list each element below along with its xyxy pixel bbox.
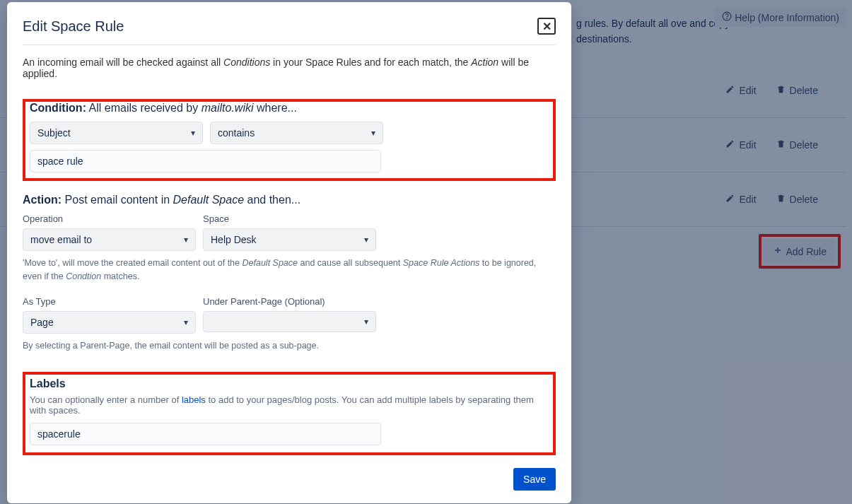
condition-operator-select[interactable]: contains ▾ (210, 122, 383, 144)
action-type-row: As Type Page ▾ Under Parent-Page (Option… (23, 296, 556, 334)
intro-em2: Action (471, 57, 498, 68)
action-text-suffix: and then... (244, 194, 300, 206)
action-heading: Action: (23, 194, 62, 206)
intro-mid: in your Space Rules and for each match, … (270, 57, 471, 68)
chevron-down-icon: ▾ (364, 317, 368, 327)
hint-mid: and cause all subsequent (298, 258, 403, 268)
hint-suffix: matches. (101, 271, 139, 281)
labels-heading: Labels (30, 377, 549, 390)
action-text-em: Default Space (173, 194, 245, 206)
hint-em2: Space Rule Actions (403, 258, 480, 268)
condition-text-prefix: All emails received by (86, 102, 202, 114)
space-select[interactable]: Help Desk ▾ (203, 228, 376, 251)
operation-label: Operation (23, 213, 196, 224)
hint-prefix: 'Move to', will move the created email c… (23, 258, 243, 268)
action-heading-line: Action: Post email content in Default Sp… (23, 194, 556, 206)
parent-page-select[interactable]: ▾ (203, 311, 376, 332)
space-value: Help Desk (211, 234, 257, 245)
condition-section: Condition: All emails received by mailto… (23, 99, 556, 181)
action-text-prefix: Post email content in (62, 194, 173, 206)
operation-select[interactable]: move email to ▾ (23, 228, 196, 251)
modal-footer: Save (23, 468, 556, 491)
chevron-down-icon: ▾ (371, 128, 375, 138)
labels-hint: You can optionally enter a number of lab… (30, 394, 549, 416)
chevron-down-icon: ▾ (184, 235, 188, 245)
save-button[interactable]: Save (513, 468, 556, 491)
action-op-row: Operation move email to ▾ Space Help Des… (23, 213, 556, 251)
labels-input[interactable] (30, 423, 381, 445)
operation-value: move email to (30, 234, 92, 245)
modal-title: Edit Space Rule (23, 18, 124, 35)
labels-section: Labels You can optionally enter a number… (23, 372, 556, 455)
condition-field-value: Subject (37, 127, 71, 139)
as-type-select[interactable]: Page ▾ (23, 311, 196, 334)
as-type-value: Page (30, 317, 54, 328)
condition-text-suffix: where... (254, 102, 297, 114)
condition-value-input[interactable] (30, 150, 381, 172)
close-icon: ✕ (542, 20, 552, 33)
action-section: Action: Post email content in Default Sp… (23, 194, 556, 352)
condition-heading-line: Condition: All emails received by mailto… (30, 102, 549, 115)
modal-intro-text: An incoming email will be checked agains… (23, 57, 556, 79)
condition-text-em: mailto.wiki (202, 102, 254, 114)
labels-hint-prefix: You can optionally enter a number of (30, 394, 182, 405)
modal-header: Edit Space Rule ✕ (23, 18, 556, 45)
chevron-down-icon: ▾ (364, 235, 368, 245)
hint-em3: Condtion (66, 271, 101, 281)
space-label: Space (203, 213, 376, 224)
type-hint: By selecting a Parent-Page, the email co… (23, 339, 556, 353)
chevron-down-icon: ▾ (184, 317, 188, 327)
condition-operator-value: contains (218, 127, 255, 139)
condition-heading: Condition: (30, 102, 86, 114)
intro-prefix: An incoming email will be checked agains… (23, 57, 223, 68)
operation-hint: 'Move to', will move the created email c… (23, 257, 556, 283)
chevron-down-icon: ▾ (191, 128, 195, 138)
intro-em1: Conditions (223, 57, 270, 68)
condition-field-select[interactable]: Subject ▾ (30, 122, 203, 144)
edit-space-rule-modal: Edit Space Rule ✕ An incoming email will… (7, 2, 571, 503)
labels-link[interactable]: labels (182, 394, 206, 405)
close-button[interactable]: ✕ (537, 18, 556, 35)
condition-select-row: Subject ▾ contains ▾ (30, 122, 549, 144)
as-type-label: As Type (23, 296, 196, 307)
hint-em1: Default Space (243, 258, 298, 268)
parent-page-label: Under Parent-Page (Optional) (203, 296, 376, 307)
